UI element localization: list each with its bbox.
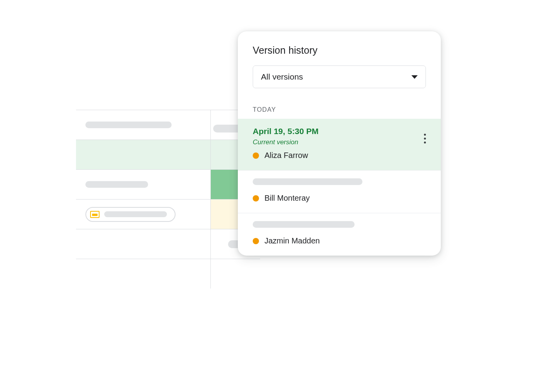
section-label: TODAY — [238, 97, 441, 119]
more-options-icon[interactable] — [422, 132, 427, 145]
contributor-dot-icon — [253, 195, 259, 201]
sheet-row — [76, 229, 260, 259]
skeleton-line — [104, 211, 167, 217]
spreadsheet-background — [76, 110, 260, 289]
contributor-name: Jazmin Madden — [264, 236, 320, 245]
contributor-row: Aliza Farrow — [253, 151, 426, 160]
sheet-row — [76, 110, 260, 140]
panel-title: Version history — [253, 45, 426, 56]
skeleton-line — [253, 178, 362, 185]
version-timestamp: April 19, 5:30 PM — [253, 127, 426, 136]
dropdown-label: All versions — [261, 72, 303, 82]
contributor-row: Bill Monteray — [253, 194, 426, 203]
version-filter-dropdown[interactable]: All versions — [253, 65, 426, 88]
contributor-row: Jazmin Madden — [253, 236, 426, 245]
version-subtitle: Current version — [253, 138, 426, 146]
contributor-dot-icon — [253, 238, 259, 244]
version-item[interactable]: Bill Monteray — [238, 171, 441, 213]
sheet-row — [76, 259, 260, 289]
contributor-dot-icon — [253, 152, 259, 159]
sheet-row-highlighted — [76, 140, 260, 169]
skeleton-line — [85, 181, 148, 188]
chevron-down-icon — [411, 75, 418, 79]
contributor-name: Bill Monteray — [264, 194, 310, 203]
skeleton-line — [85, 122, 172, 128]
slides-icon — [90, 211, 100, 218]
skeleton-line — [253, 221, 355, 228]
slides-chip[interactable] — [85, 207, 176, 222]
version-history-panel: Version history All versions TODAY April… — [238, 31, 441, 256]
sheet-row — [76, 199, 260, 229]
sheet-row — [76, 169, 260, 199]
version-item[interactable]: Jazmin Madden — [238, 213, 441, 256]
version-item-current[interactable]: April 19, 5:30 PM Current version Aliza … — [238, 119, 441, 171]
contributor-name: Aliza Farrow — [264, 151, 308, 160]
